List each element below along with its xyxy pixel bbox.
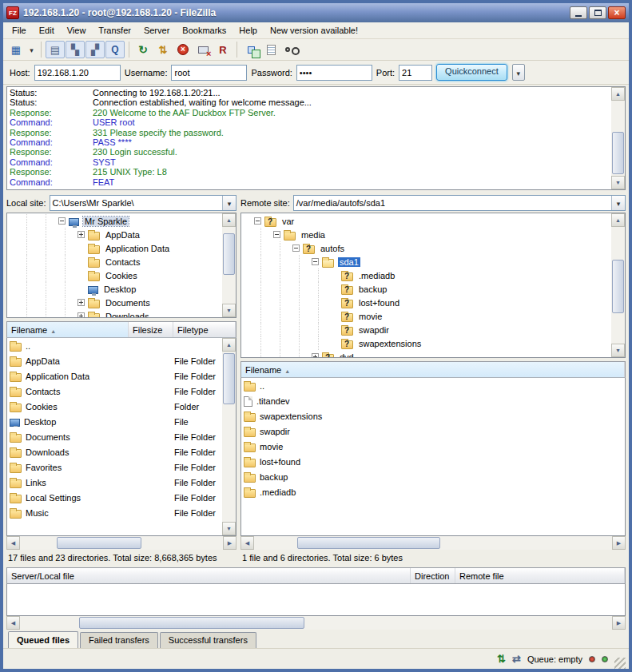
file-row[interactable]: swapdir [241, 423, 625, 439]
file-row[interactable]: swapextensions [241, 408, 625, 423]
process-queue-button[interactable] [153, 41, 173, 58]
scroll-down-icon[interactable] [222, 522, 236, 535]
local-site-combobox[interactable]: C:\Users\Mr Sparkle\ [50, 195, 237, 211]
refresh-button[interactable] [133, 41, 153, 58]
directory-comparison-button[interactable] [241, 41, 260, 58]
collapse-icon[interactable] [273, 231, 280, 238]
scrollbar-thumb[interactable] [223, 353, 235, 404]
column-header-filename[interactable]: Filename [241, 362, 625, 377]
expand-icon[interactable] [78, 312, 85, 317]
file-row[interactable]: CookiesFolder [7, 399, 222, 414]
menu-server[interactable]: Server [137, 23, 176, 38]
titlebar[interactable]: FZ 192.168.1.20 - root@192.168.1.20 - Fi… [3, 3, 629, 22]
speed-limits-icon[interactable] [512, 653, 521, 665]
toggle-message-log-button[interactable] [46, 41, 65, 58]
tree-item[interactable]: AppData [7, 228, 222, 241]
tree-item[interactable]: Application Data [7, 241, 222, 255]
scroll-right-icon[interactable] [612, 616, 626, 630]
menu-bookmarks[interactable]: Bookmarks [176, 23, 233, 38]
scrollbar-thumb[interactable] [612, 132, 624, 174]
username-input[interactable] [171, 65, 247, 81]
tab-queued-files[interactable]: Queued files [8, 631, 78, 648]
scrollbar-thumb[interactable] [297, 537, 440, 549]
scroll-up-icon[interactable] [611, 87, 625, 101]
scroll-up-icon[interactable] [222, 338, 236, 352]
combobox-dropdown-button[interactable] [611, 196, 625, 210]
scroll-left-icon[interactable] [240, 536, 254, 550]
file-row[interactable]: .titandev [241, 393, 625, 408]
tree-item[interactable]: .mediadb [241, 268, 611, 282]
tab-successful-transfers[interactable]: Successful transfers [160, 632, 256, 648]
file-row[interactable]: .mediadb [241, 484, 625, 499]
file-row[interactable]: Local SettingsFile Folder [7, 490, 222, 505]
scrollbar-thumb[interactable] [223, 233, 235, 276]
local-list-scrollbar[interactable] [222, 338, 236, 535]
tree-item[interactable]: swapextensions [241, 336, 611, 350]
host-input[interactable] [34, 65, 121, 81]
tree-item[interactable]: media [241, 228, 611, 241]
scroll-right-icon[interactable] [612, 536, 626, 550]
tree-item[interactable]: backup [241, 282, 611, 296]
reconnect-button[interactable] [213, 41, 233, 58]
menu-transfer[interactable]: Transfer [92, 23, 137, 38]
log-scrollbar[interactable] [611, 87, 625, 189]
expand-icon[interactable] [312, 353, 319, 357]
file-row[interactable]: DocumentsFile Folder [7, 429, 222, 444]
file-row[interactable]: DesktopFile [7, 414, 222, 429]
scroll-left-icon[interactable] [6, 536, 20, 550]
collapse-icon[interactable] [292, 245, 300, 252]
password-input[interactable] [296, 65, 372, 81]
resize-grip-icon[interactable] [614, 658, 626, 669]
site-manager-dropdown[interactable] [26, 41, 37, 58]
maximize-button[interactable] [589, 6, 606, 19]
cancel-button[interactable] [173, 41, 193, 58]
scrollbar-thumb[interactable] [79, 617, 304, 629]
scrollbar-thumb[interactable] [612, 260, 624, 313]
disconnect-button[interactable] [193, 41, 213, 58]
file-row[interactable]: .. [241, 378, 625, 393]
directory-listing-button[interactable] [261, 41, 280, 58]
file-row[interactable]: MusicFile Folder [7, 505, 222, 520]
file-row[interactable]: AppDataFile Folder [7, 353, 222, 368]
scroll-up-icon[interactable] [222, 213, 236, 227]
menu-edit[interactable]: Edit [33, 23, 61, 38]
site-manager-button[interactable] [6, 41, 26, 58]
queue-list[interactable] [6, 584, 626, 616]
local-list-hscrollbar[interactable] [6, 536, 237, 550]
scroll-down-icon[interactable] [611, 176, 625, 189]
file-row[interactable]: lost+found [241, 454, 625, 469]
remote-list-hscrollbar[interactable] [240, 536, 626, 550]
scroll-right-icon[interactable] [223, 536, 237, 550]
tree-item[interactable]: var [241, 214, 611, 228]
port-input[interactable] [399, 65, 432, 81]
close-button[interactable] [608, 6, 626, 19]
collapse-icon[interactable] [58, 217, 66, 225]
tab-failed-transfers[interactable]: Failed transfers [80, 632, 158, 648]
find-files-button[interactable] [281, 41, 300, 58]
tree-item[interactable]: Cookies [7, 268, 222, 282]
tree-item[interactable]: Documents [7, 296, 222, 309]
column-header-remote-file[interactable]: Remote file [455, 568, 625, 583]
column-header-direction[interactable]: Direction [411, 568, 455, 583]
column-header-filesize[interactable]: Filesize [129, 322, 173, 337]
scrollbar-thumb[interactable] [57, 537, 142, 549]
scroll-down-icon[interactable] [611, 344, 625, 357]
tree-item[interactable]: lost+found [241, 296, 611, 309]
tree-item[interactable]: Downloads [7, 309, 222, 317]
tree-item[interactable]: Desktop [7, 282, 222, 296]
menu-file[interactable]: File [6, 23, 33, 38]
file-row[interactable]: .. [7, 338, 222, 353]
column-header-server-local-file[interactable]: Server/Local file [7, 568, 411, 583]
toggle-queue-button[interactable] [105, 41, 125, 58]
file-row[interactable]: DownloadsFile Folder [7, 444, 222, 459]
tree-item[interactable]: autofs [241, 241, 611, 255]
collapse-icon[interactable] [254, 217, 261, 225]
toggle-remote-tree-button[interactable] [85, 41, 105, 58]
scroll-down-icon[interactable] [222, 304, 236, 317]
tree-item[interactable]: Mr Sparkle [7, 214, 222, 228]
tree-item[interactable]: swapdir [241, 323, 611, 336]
collapse-icon[interactable] [312, 258, 319, 265]
minimize-button[interactable] [570, 6, 587, 19]
tree-item[interactable]: Contacts [7, 255, 222, 268]
menu-view[interactable]: View [61, 23, 93, 38]
